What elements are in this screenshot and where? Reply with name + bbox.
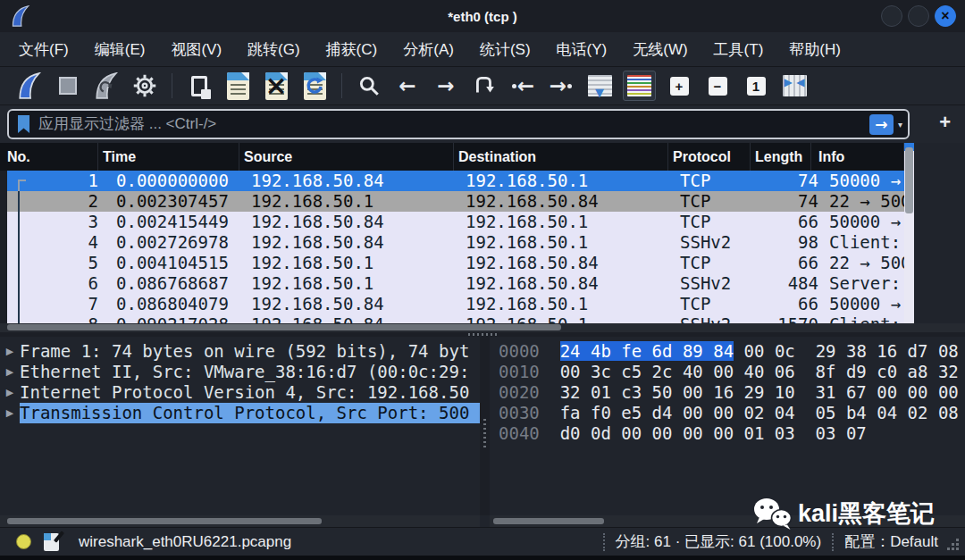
packet-destination: 192.168.50.84 <box>461 253 676 273</box>
menu-item[interactable]: 无线(W) <box>633 39 687 60</box>
menu-item[interactable]: 视图(V) <box>171 39 222 60</box>
column-header-length[interactable]: Length <box>751 143 811 171</box>
expand-arrow-icon[interactable]: ▶ <box>0 341 20 362</box>
packet-info: 50000 → 2 <box>818 294 904 314</box>
close-file-icon[interactable]: × <box>261 71 291 101</box>
packet-no: 5 <box>7 253 105 273</box>
colorize-packets-icon[interactable] <box>623 71 656 101</box>
menu-item[interactable]: 编辑(E) <box>95 39 146 60</box>
conversation-line-icon <box>18 212 20 232</box>
close-button[interactable]: × <box>935 5 956 27</box>
column-header-source[interactable]: Source <box>239 143 454 171</box>
vertical-splitter[interactable] <box>480 337 490 515</box>
packet-row[interactable]: 80.090217028192.168.50.84192.168.50.1SSH… <box>7 314 904 323</box>
menu-item[interactable]: 跳转(G) <box>248 39 300 60</box>
expand-arrow-icon[interactable]: ▶ <box>0 362 20 382</box>
hex-row[interactable]: 0030 fa f0 e5 d4 00 00 02 04 05 b4 04 02… <box>499 403 965 423</box>
details-hscrollbar[interactable] <box>0 515 480 527</box>
menu-item[interactable]: 文件(F) <box>19 39 69 60</box>
detail-tree-item[interactable]: ▶Ethernet II, Src: VMware_38:16:d7 (00:0… <box>0 362 480 382</box>
hex-row[interactable]: 0010 00 3c c5 2c 40 00 40 06 8f d9 c0 a8… <box>499 362 965 382</box>
packet-row[interactable]: 50.004104515192.168.50.1192.168.50.84TCP… <box>7 253 904 273</box>
menu-item[interactable]: 电话(Y) <box>557 39 608 60</box>
add-filter-button-plus[interactable]: + <box>939 113 951 132</box>
minimize-button[interactable] <box>881 5 902 27</box>
stop-capture-icon[interactable] <box>53 71 83 101</box>
packet-no: 2 <box>7 191 105 212</box>
details-hscrollbar-thumb[interactable] <box>7 518 322 524</box>
filter-dropdown-caret-icon[interactable]: ▾ <box>898 120 902 130</box>
detail-text: Transmission Control Protocol, Src Port:… <box>20 403 480 423</box>
hex-row[interactable]: 0000 24 4b fe 6d 89 84 00 0c 29 38 16 d7… <box>499 341 965 362</box>
packet-source: 192.168.50.1 <box>247 191 461 212</box>
column-header-destination[interactable]: Destination <box>454 143 668 171</box>
menu-item[interactable]: 帮助(H) <box>789 39 841 60</box>
packet-length: 484 <box>758 273 818 294</box>
conversation-line-icon <box>18 273 20 294</box>
packet-list-hscrollbar[interactable] <box>0 323 965 332</box>
packet-row[interactable]: 30.002415449192.168.50.84192.168.50.1TCP… <box>7 212 904 232</box>
conversation-line-icon <box>18 180 26 191</box>
detail-tree-item[interactable]: ▶Transmission Control Protocol, Src Port… <box>0 403 480 423</box>
resize-grip[interactable] <box>947 539 960 551</box>
hex-row[interactable]: 0020 32 01 c3 50 00 16 29 10 31 67 00 00… <box>499 382 965 403</box>
menu-item[interactable]: 统计(S) <box>480 39 531 60</box>
zoom-out-icon[interactable]: − <box>702 71 733 101</box>
bytes-hscrollbar-thumb[interactable] <box>493 518 604 524</box>
vscrollbar-thumb[interactable] <box>905 147 913 213</box>
go-last-packet-icon[interactable]: → <box>546 71 576 101</box>
display-filter-input[interactable] <box>37 114 869 134</box>
go-back-icon[interactable]: ← <box>392 71 423 101</box>
save-file-icon[interactable] <box>222 71 253 101</box>
column-header-protocol[interactable]: Protocol <box>668 143 751 171</box>
column-header-time[interactable]: Time <box>98 143 239 171</box>
column-header-no[interactable]: No. <box>0 143 98 171</box>
profile-selector[interactable]: 配置：Default <box>844 531 938 552</box>
zoom-original-icon[interactable]: 1 <box>741 71 771 101</box>
packet-protocol: SSHv2 <box>676 232 758 253</box>
capture-comment-icon[interactable] <box>44 533 59 551</box>
restart-capture-icon[interactable] <box>91 71 122 101</box>
packet-row[interactable]: 60.086768687192.168.50.1192.168.50.84SSH… <box>7 273 904 294</box>
open-file-icon[interactable] <box>184 71 214 101</box>
maximize-button[interactable] <box>908 5 929 27</box>
packet-row[interactable]: 20.002307457192.168.50.1192.168.50.84TCP… <box>7 191 904 212</box>
find-packet-icon[interactable] <box>354 71 384 101</box>
capture-options-icon[interactable] <box>130 71 160 101</box>
packet-destination: 192.168.50.84 <box>461 191 676 212</box>
expert-info-icon[interactable] <box>16 534 31 549</box>
packet-row[interactable]: 70.086804079192.168.50.84192.168.50.1TCP… <box>7 294 904 314</box>
hex-offset: 0010 <box>499 362 540 381</box>
expand-arrow-icon[interactable]: ▶ <box>0 403 20 423</box>
hex-row[interactable]: 0040 d0 0d 00 00 00 00 01 03 03 07 <box>499 423 965 444</box>
menu-item[interactable]: 捕获(C) <box>326 39 378 60</box>
packet-row[interactable]: 40.002726978192.168.50.84192.168.50.1SSH… <box>7 232 904 253</box>
go-first-packet-icon[interactable]: ← <box>508 71 538 101</box>
detail-tree-item[interactable]: ▶Internet Protocol Version 4, Src: 192.1… <box>0 382 480 403</box>
resize-columns-icon[interactable]: ▶◀ <box>779 71 810 101</box>
expand-arrow-icon[interactable]: ▶ <box>0 382 20 403</box>
packet-list-vscrollbar[interactable] <box>904 143 914 323</box>
apply-filter-button[interactable]: → <box>869 114 894 135</box>
packet-counts: 分组: 61 · 已显示: 61 (100.0%) <box>616 531 822 552</box>
column-header-info[interactable]: Info <box>811 143 904 171</box>
start-capture-icon[interactable] <box>14 71 45 101</box>
menu-item[interactable]: 分析(A) <box>403 39 454 60</box>
window-bottom-edge <box>0 556 965 560</box>
splitter-handle-icon <box>468 333 497 336</box>
detail-tree-item[interactable]: ▶Frame 1: 74 bytes on wire (592 bits), 7… <box>0 341 480 362</box>
auto-scroll-icon[interactable]: ▼ <box>584 71 615 101</box>
packet-no: 3 <box>7 212 105 232</box>
packet-row[interactable]: 10.000000000192.168.50.84192.168.50.1TCP… <box>7 171 904 191</box>
conversation-line-icon <box>18 314 20 323</box>
filter-bookmark-icon[interactable] <box>18 115 29 133</box>
menu-item[interactable]: 工具(T) <box>714 39 764 60</box>
hex-bytes: fa f0 e5 d4 00 00 02 04 05 b4 04 02 08 <box>540 403 959 422</box>
reload-file-icon[interactable] <box>299 71 330 101</box>
go-to-packet-icon[interactable] <box>469 71 499 101</box>
go-forward-icon[interactable]: → <box>431 71 461 101</box>
hscrollbar-thumb[interactable] <box>7 324 561 330</box>
packet-protocol: SSHv2 <box>676 273 758 294</box>
zoom-in-icon[interactable]: + <box>664 71 694 101</box>
display-filter-field[interactable]: → ▾ <box>7 109 910 139</box>
